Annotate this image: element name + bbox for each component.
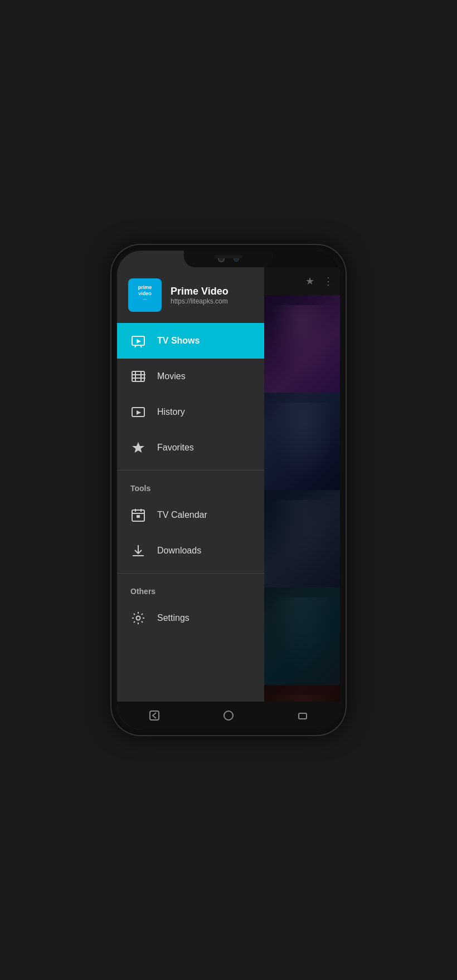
tv-shows-icon [130,333,146,349]
recents-button[interactable] [296,709,309,722]
phone-frame: ★ ⋮ Anne Ric... 2023 [111,245,346,735]
logo-text-line2: video [138,291,152,297]
sidebar-item-label: Downloads [157,546,201,556]
sidebar-item-tv-shows[interactable]: TV Shows [117,323,264,359]
tools-section-label: Tools [117,475,264,497]
tv-calendar-icon [130,507,146,523]
sidebar-item-movies[interactable]: Movies [117,359,264,394]
others-section-label: Others [117,578,264,600]
sidebar-item-history[interactable]: History [117,394,264,430]
drawer-scrim[interactable] [264,251,340,729]
sidebar-item-label: TV Calendar [157,510,207,520]
back-button[interactable] [148,709,161,722]
svg-marker-1 [137,339,141,344]
sidebar-item-label: Favorites [157,443,194,453]
home-button[interactable] [222,709,235,722]
phone-screen: ★ ⋮ Anne Ric... 2023 [117,251,340,729]
downloads-icon [130,543,146,558]
svg-marker-10 [137,410,141,415]
sidebar-item-downloads[interactable]: Downloads [117,533,264,569]
sidebar-item-tv-calendar[interactable]: TV Calendar [117,497,264,533]
sidebar-item-favorites[interactable]: Favorites [117,430,264,465]
svg-marker-11 [132,442,144,453]
sidebar-item-label: Movies [157,371,186,381]
svg-point-19 [137,616,140,620]
bottom-navigation [117,702,340,729]
drawer-app-url: https://liteapks.com [171,297,229,305]
settings-icon [130,610,146,626]
svg-rect-20 [150,711,159,720]
sidebar-item-settings[interactable]: Settings [117,600,264,636]
sidebar-item-label: TV Shows [157,336,200,346]
logo-text-line1: prime [138,285,152,291]
screen-content: ★ ⋮ Anne Ric... 2023 [117,251,340,729]
svg-rect-22 [299,713,307,719]
movies-icon [130,369,146,384]
sidebar-item-label: Settings [157,613,189,623]
app-logo: prime video ⌒ [128,278,162,312]
logo-arrow: ⌒ [138,298,152,306]
svg-rect-16 [137,515,140,518]
navigation-drawer: prime video ⌒ Prime Video https://liteap… [117,251,264,729]
favorites-icon [130,440,146,455]
divider-2 [117,573,264,574]
sidebar-item-label: History [157,407,185,417]
drawer-app-info: Prime Video https://liteapks.com [171,286,229,305]
speaker [215,255,242,258]
divider-1 [117,470,264,471]
notch [184,251,273,267]
drawer-app-name: Prime Video [171,286,229,297]
svg-rect-4 [132,371,144,381]
svg-point-21 [224,711,233,720]
history-icon [130,404,146,420]
